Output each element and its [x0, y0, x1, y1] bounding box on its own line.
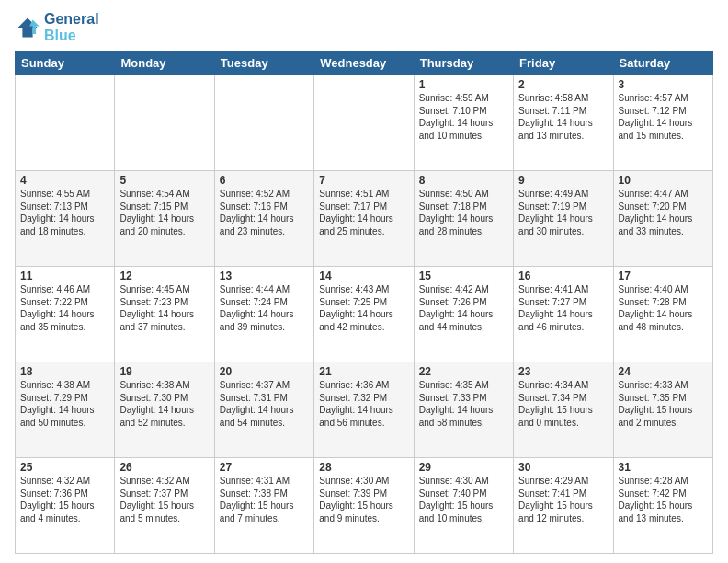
- day-number: 28: [319, 461, 408, 474]
- day-info: Sunrise: 4:38 AMSunset: 7:30 PMDaylight:…: [119, 379, 209, 429]
- calendar-cell: 29Sunrise: 4:30 AMSunset: 7:40 PMDayligh…: [414, 458, 513, 554]
- weekday-header-friday: Friday: [514, 52, 613, 75]
- day-number: 7: [319, 174, 408, 187]
- day-info: Sunrise: 4:50 AMSunset: 7:18 PMDaylight:…: [419, 188, 508, 237]
- logo-icon: [15, 15, 40, 40]
- calendar-cell: 13Sunrise: 4:44 AMSunset: 7:24 PMDayligh…: [214, 267, 313, 362]
- calendar-cell: 21Sunrise: 4:36 AMSunset: 7:32 PMDayligh…: [314, 362, 414, 458]
- day-number: 23: [518, 365, 608, 378]
- day-number: 1: [419, 78, 508, 91]
- day-info: Sunrise: 4:31 AMSunset: 7:38 PMDaylight:…: [220, 475, 309, 524]
- day-info: Sunrise: 4:35 AMSunset: 7:33 PMDaylight:…: [419, 379, 508, 429]
- calendar-cell: 20Sunrise: 4:37 AMSunset: 7:31 PMDayligh…: [214, 362, 313, 458]
- day-number: 26: [119, 461, 209, 474]
- day-number: 21: [319, 365, 408, 378]
- calendar-cell: 5Sunrise: 4:54 AMSunset: 7:15 PMDaylight…: [115, 171, 214, 267]
- weekday-header-thursday: Thursday: [414, 52, 513, 75]
- day-number: 2: [518, 78, 608, 91]
- day-info: Sunrise: 4:52 AMSunset: 7:16 PMDaylight:…: [220, 188, 309, 237]
- day-info: Sunrise: 4:37 AMSunset: 7:31 PMDaylight:…: [220, 379, 309, 429]
- day-number: 6: [220, 174, 309, 187]
- logo: General Blue: [15, 11, 99, 43]
- calendar-cell: 15Sunrise: 4:42 AMSunset: 7:26 PMDayligh…: [414, 267, 513, 362]
- calendar-week-row-4: 18Sunrise: 4:38 AMSunset: 7:29 PMDayligh…: [16, 362, 713, 458]
- weekday-header-sunday: Sunday: [16, 52, 115, 75]
- day-number: 14: [319, 270, 408, 282]
- day-number: 16: [518, 270, 608, 282]
- day-number: 3: [619, 78, 708, 91]
- day-number: 5: [119, 174, 209, 187]
- day-number: 18: [20, 365, 109, 378]
- calendar-cell: 16Sunrise: 4:41 AMSunset: 7:27 PMDayligh…: [514, 267, 613, 362]
- day-info: Sunrise: 4:30 AMSunset: 7:40 PMDaylight:…: [419, 475, 508, 524]
- day-info: Sunrise: 4:28 AMSunset: 7:42 PMDaylight:…: [619, 475, 708, 524]
- day-number: 8: [419, 174, 508, 187]
- page: General Blue SundayMondayTuesdayWednesda…: [0, 0, 728, 563]
- calendar-table: SundayMondayTuesdayWednesdayThursdayFrid…: [15, 51, 713, 554]
- day-info: Sunrise: 4:49 AMSunset: 7:19 PMDaylight:…: [518, 188, 608, 237]
- day-number: 20: [220, 365, 309, 378]
- calendar-cell: 27Sunrise: 4:31 AMSunset: 7:38 PMDayligh…: [214, 458, 313, 554]
- calendar-cell: 11Sunrise: 4:46 AMSunset: 7:22 PMDayligh…: [16, 267, 115, 362]
- calendar-cell: 10Sunrise: 4:47 AMSunset: 7:20 PMDayligh…: [613, 171, 712, 267]
- calendar-header-row: SundayMondayTuesdayWednesdayThursdayFrid…: [16, 52, 713, 75]
- calendar-cell: 30Sunrise: 4:29 AMSunset: 7:41 PMDayligh…: [514, 458, 613, 554]
- day-info: Sunrise: 4:44 AMSunset: 7:24 PMDaylight:…: [220, 283, 309, 333]
- weekday-header-saturday: Saturday: [613, 52, 712, 75]
- calendar-cell: [214, 75, 313, 171]
- calendar-cell: 14Sunrise: 4:43 AMSunset: 7:25 PMDayligh…: [314, 267, 414, 362]
- calendar-cell: 18Sunrise: 4:38 AMSunset: 7:29 PMDayligh…: [16, 362, 115, 458]
- day-info: Sunrise: 4:33 AMSunset: 7:35 PMDaylight:…: [619, 379, 708, 429]
- day-number: 27: [220, 461, 309, 474]
- day-number: 22: [419, 365, 508, 378]
- calendar-cell: 3Sunrise: 4:57 AMSunset: 7:12 PMDaylight…: [613, 75, 712, 171]
- logo-text: General Blue: [44, 11, 99, 43]
- day-info: Sunrise: 4:32 AMSunset: 7:36 PMDaylight:…: [20, 475, 109, 524]
- calendar-cell: 8Sunrise: 4:50 AMSunset: 7:18 PMDaylight…: [414, 171, 513, 267]
- day-info: Sunrise: 4:38 AMSunset: 7:29 PMDaylight:…: [20, 379, 109, 429]
- day-number: 19: [119, 365, 209, 378]
- day-number: 15: [419, 270, 508, 282]
- day-info: Sunrise: 4:32 AMSunset: 7:37 PMDaylight:…: [119, 475, 209, 524]
- calendar-cell: 1Sunrise: 4:59 AMSunset: 7:10 PMDaylight…: [414, 75, 513, 171]
- calendar-week-row-2: 4Sunrise: 4:55 AMSunset: 7:13 PMDaylight…: [16, 171, 713, 267]
- day-number: 10: [619, 174, 708, 187]
- calendar-cell: [314, 75, 414, 171]
- day-info: Sunrise: 4:43 AMSunset: 7:25 PMDaylight:…: [319, 283, 408, 333]
- calendar-cell: 7Sunrise: 4:51 AMSunset: 7:17 PMDaylight…: [314, 171, 414, 267]
- day-number: 12: [119, 270, 209, 282]
- day-info: Sunrise: 4:46 AMSunset: 7:22 PMDaylight:…: [20, 283, 109, 333]
- day-number: 29: [419, 461, 508, 474]
- day-info: Sunrise: 4:42 AMSunset: 7:26 PMDaylight:…: [419, 283, 508, 333]
- calendar-cell: [115, 75, 214, 171]
- calendar-cell: 6Sunrise: 4:52 AMSunset: 7:16 PMDaylight…: [214, 171, 313, 267]
- calendar-cell: 26Sunrise: 4:32 AMSunset: 7:37 PMDayligh…: [115, 458, 214, 554]
- header: General Blue: [15, 11, 713, 43]
- calendar-cell: 12Sunrise: 4:45 AMSunset: 7:23 PMDayligh…: [115, 267, 214, 362]
- calendar-cell: 28Sunrise: 4:30 AMSunset: 7:39 PMDayligh…: [314, 458, 414, 554]
- day-info: Sunrise: 4:34 AMSunset: 7:34 PMDaylight:…: [518, 379, 608, 429]
- calendar-week-row-3: 11Sunrise: 4:46 AMSunset: 7:22 PMDayligh…: [16, 267, 713, 362]
- calendar-cell: 31Sunrise: 4:28 AMSunset: 7:42 PMDayligh…: [613, 458, 712, 554]
- calendar-cell: 19Sunrise: 4:38 AMSunset: 7:30 PMDayligh…: [115, 362, 214, 458]
- calendar-cell: 25Sunrise: 4:32 AMSunset: 7:36 PMDayligh…: [16, 458, 115, 554]
- day-info: Sunrise: 4:57 AMSunset: 7:12 PMDaylight:…: [619, 92, 708, 142]
- weekday-header-tuesday: Tuesday: [214, 52, 313, 75]
- calendar-cell: 23Sunrise: 4:34 AMSunset: 7:34 PMDayligh…: [514, 362, 613, 458]
- calendar-cell: 17Sunrise: 4:40 AMSunset: 7:28 PMDayligh…: [613, 267, 712, 362]
- day-info: Sunrise: 4:58 AMSunset: 7:11 PMDaylight:…: [518, 92, 608, 142]
- calendar-cell: 4Sunrise: 4:55 AMSunset: 7:13 PMDaylight…: [16, 171, 115, 267]
- day-number: 9: [518, 174, 608, 187]
- calendar-week-row-5: 25Sunrise: 4:32 AMSunset: 7:36 PMDayligh…: [16, 458, 713, 554]
- weekday-header-monday: Monday: [115, 52, 214, 75]
- day-info: Sunrise: 4:30 AMSunset: 7:39 PMDaylight:…: [319, 475, 408, 524]
- day-info: Sunrise: 4:54 AMSunset: 7:15 PMDaylight:…: [119, 188, 209, 237]
- day-number: 17: [619, 270, 708, 282]
- calendar-cell: [16, 75, 115, 171]
- day-number: 4: [20, 174, 109, 187]
- day-info: Sunrise: 4:55 AMSunset: 7:13 PMDaylight:…: [20, 188, 109, 237]
- day-number: 31: [619, 461, 708, 474]
- calendar-cell: 24Sunrise: 4:33 AMSunset: 7:35 PMDayligh…: [613, 362, 712, 458]
- weekday-header-wednesday: Wednesday: [314, 52, 414, 75]
- day-info: Sunrise: 4:29 AMSunset: 7:41 PMDaylight:…: [518, 475, 608, 524]
